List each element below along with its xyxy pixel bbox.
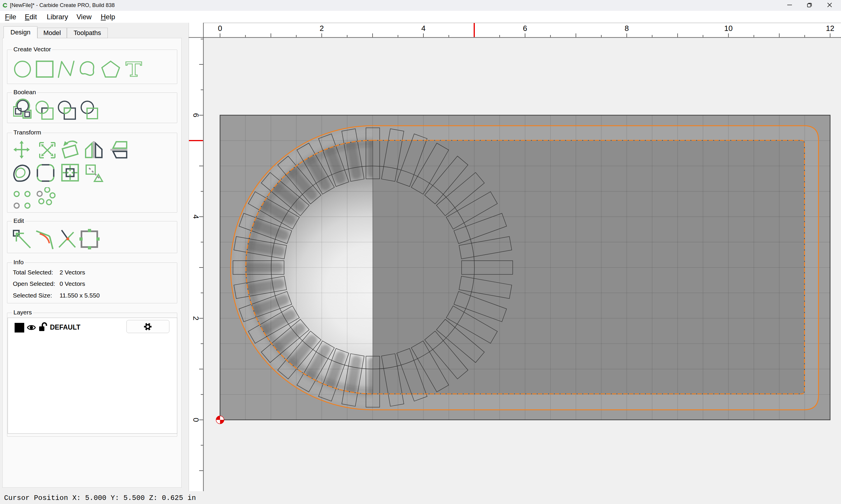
svg-text:0: 0 [218,24,222,33]
svg-text:4: 4 [192,215,200,219]
svg-text:6: 6 [523,24,527,33]
svg-text:6: 6 [192,113,200,117]
svg-text:8: 8 [624,24,629,33]
svg-text:4: 4 [422,24,426,33]
svg-text:10: 10 [724,24,733,33]
svg-text:2: 2 [192,316,200,320]
svg-text:0: 0 [192,418,200,422]
svg-text:12: 12 [826,24,834,33]
svg-text:2: 2 [320,24,324,33]
